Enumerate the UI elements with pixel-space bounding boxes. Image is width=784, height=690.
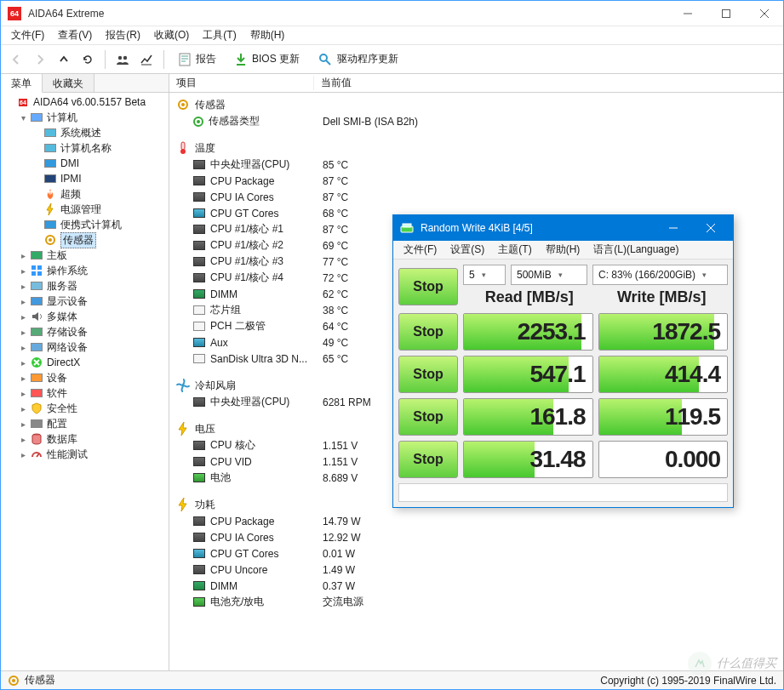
list-item[interactable]: 电池充/放电交流电源	[169, 594, 783, 610]
list-item[interactable]: CPU Package14.79 W	[169, 513, 783, 529]
tree-item-配置[interactable]: ▸配置	[3, 416, 169, 431]
tree-item-设备[interactable]: ▸设备	[3, 370, 169, 385]
tree-item-多媒体[interactable]: ▸多媒体	[3, 309, 169, 324]
tree-item-IPMI[interactable]: IPMI	[3, 171, 169, 186]
expand-icon[interactable]	[31, 235, 42, 245]
graph-button[interactable]	[136, 49, 157, 70]
tree-item-便携式计算机[interactable]: 便携式计算机	[3, 217, 169, 232]
cdm-menu-lang[interactable]: 语言(L)(Language)	[587, 241, 685, 259]
close-button[interactable]	[745, 1, 783, 26]
tree-item-软件[interactable]: ▸软件	[3, 385, 169, 401]
cdm-stop-button-2[interactable]: Stop	[398, 398, 458, 436]
tree-item-安全性[interactable]: ▸安全性	[3, 401, 169, 416]
tree-item-显示设备[interactable]: ▸显示设备	[3, 294, 169, 309]
expand-icon[interactable]	[31, 128, 42, 138]
expand-icon[interactable]: ▸	[18, 311, 28, 322]
cdm-size-select[interactable]: 500MiB▾	[511, 265, 587, 285]
group-label: 温度	[195, 141, 215, 156]
menu-favorites[interactable]: 收藏(O)	[147, 26, 196, 44]
tree-item-超频[interactable]: 超频	[3, 186, 169, 202]
nav-back-button[interactable]	[6, 49, 26, 70]
nav-up-button[interactable]	[54, 49, 74, 70]
cdm-all-stop-button[interactable]: Stop	[398, 268, 458, 305]
expand-icon[interactable]	[31, 220, 42, 230]
cdm-minimize-button[interactable]	[655, 215, 692, 241]
speaker-icon	[30, 310, 43, 323]
tree-root[interactable]: 64AIDA64 v6.00.5157 Beta	[3, 94, 169, 110]
expand-icon[interactable]	[31, 158, 42, 168]
expand-icon[interactable]: ▸	[18, 388, 28, 398]
menu-report[interactable]: 报告(R)	[99, 26, 147, 44]
col-value[interactable]: 当前值	[314, 76, 783, 90]
expand-icon[interactable]: ▸	[18, 449, 28, 459]
expand-icon[interactable]: ▸	[18, 281, 28, 291]
bios-update-button[interactable]: BIOS 更新	[227, 48, 307, 71]
menu-view[interactable]: 查看(V)	[51, 26, 99, 44]
tab-menu[interactable]: 菜单	[1, 74, 43, 93]
report-button[interactable]: 报告	[171, 48, 224, 71]
cdm-titlebar[interactable]: Random Write 4KiB [4/5]	[393, 215, 733, 241]
expand-icon[interactable]: ▸	[18, 327, 28, 337]
expand-icon[interactable]	[31, 204, 42, 214]
tree-item-电源管理[interactable]: 电源管理	[3, 202, 169, 217]
users-button[interactable]	[112, 49, 133, 70]
tree-item-计算机名称[interactable]: 计算机名称	[3, 140, 169, 156]
expand-icon[interactable]	[31, 189, 42, 199]
list-item[interactable]: CPU GT Cores0.01 W	[169, 545, 783, 562]
expand-icon[interactable]	[31, 174, 42, 184]
tree-item-传感器[interactable]: 传感器	[3, 232, 169, 248]
cdm-close-button[interactable]	[692, 215, 730, 241]
list-item[interactable]: CPU Package87 °C	[169, 173, 783, 189]
list-item[interactable]: 传感器类型Dell SMI-B (ISA B2h)	[169, 113, 783, 129]
tab-favorites[interactable]: 收藏夹	[43, 74, 94, 92]
cdm-menu-help[interactable]: 帮助(H)	[539, 241, 587, 259]
list-item[interactable]: 中央处理器(CPU)85 °C	[169, 157, 783, 173]
expand-icon[interactable]: ▸	[18, 419, 28, 429]
expand-icon[interactable]: ▸	[18, 296, 28, 306]
minimize-button[interactable]	[668, 1, 707, 26]
expand-icon[interactable]: ▸	[18, 434, 28, 444]
svg-rect-19	[37, 271, 42, 276]
tree-item-网络设备[interactable]: ▸网络设备	[3, 339, 169, 355]
cdm-loops-select[interactable]: 5▾	[463, 265, 506, 285]
expand-icon[interactable]: ▸	[18, 265, 28, 276]
cdm-menu-file[interactable]: 文件(F)	[397, 241, 444, 259]
expand-icon[interactable]: ▸	[18, 403, 28, 413]
cdm-stop-button-1[interactable]: Stop	[398, 356, 458, 393]
menu-help[interactable]: 帮助(H)	[243, 26, 292, 44]
cdm-menu-theme[interactable]: 主题(T)	[491, 241, 538, 259]
tree-item-操作系统[interactable]: ▸操作系统	[3, 263, 169, 278]
expand-icon[interactable]	[31, 143, 42, 153]
driver-update-button[interactable]: 驱动程序更新	[311, 48, 406, 71]
expand-icon[interactable]: ▸	[18, 373, 28, 383]
maximize-button[interactable]	[707, 1, 745, 26]
menu-file[interactable]: 文件(F)	[4, 26, 51, 44]
tree-item-性能测试[interactable]: ▸性能测试	[3, 447, 169, 462]
cdm-menu-settings[interactable]: 设置(S)	[444, 241, 491, 259]
refresh-button[interactable]	[77, 49, 98, 70]
expand-icon[interactable]: ▸	[18, 342, 28, 352]
tree-item-数据库[interactable]: ▸数据库	[3, 431, 169, 447]
list-item[interactable]: DIMM0.37 W	[169, 578, 783, 594]
expand-icon[interactable]: ▾	[18, 112, 28, 123]
tree-item-服务器[interactable]: ▸服务器	[3, 278, 169, 294]
list-item[interactable]: CPU IA Cores12.92 W	[169, 529, 783, 545]
tree-item-DirectX[interactable]: ▸DirectX	[3, 355, 169, 370]
nav-forward-button[interactable]	[30, 49, 50, 70]
cdm-stop-button-3[interactable]: Stop	[398, 441, 458, 478]
expand-icon[interactable]	[4, 97, 14, 107]
cdm-stop-button-0[interactable]: Stop	[398, 313, 458, 351]
tree-item-主板[interactable]: ▸主板	[3, 248, 169, 263]
tree-computer[interactable]: ▾计算机	[3, 110, 169, 125]
tree-item-存储设备[interactable]: ▸存储设备	[3, 324, 169, 339]
list-item[interactable]: CPU Uncore1.49 W	[169, 562, 783, 578]
tree-item-系统概述[interactable]: 系统概述	[3, 125, 169, 140]
cdm-drive-select[interactable]: C: 83% (166/200GiB)▾	[592, 265, 728, 285]
list-item[interactable]: CPU IA Cores87 °C	[169, 189, 783, 205]
col-item[interactable]: 项目	[169, 76, 314, 90]
expand-icon[interactable]: ▸	[18, 357, 28, 368]
nav-tree[interactable]: 64AIDA64 v6.00.5157 Beta▾计算机系统概述计算机名称DMI…	[1, 93, 169, 670]
menu-tools[interactable]: 工具(T)	[196, 26, 243, 44]
expand-icon[interactable]: ▸	[18, 250, 28, 260]
tree-item-DMI[interactable]: DMI	[3, 156, 169, 171]
